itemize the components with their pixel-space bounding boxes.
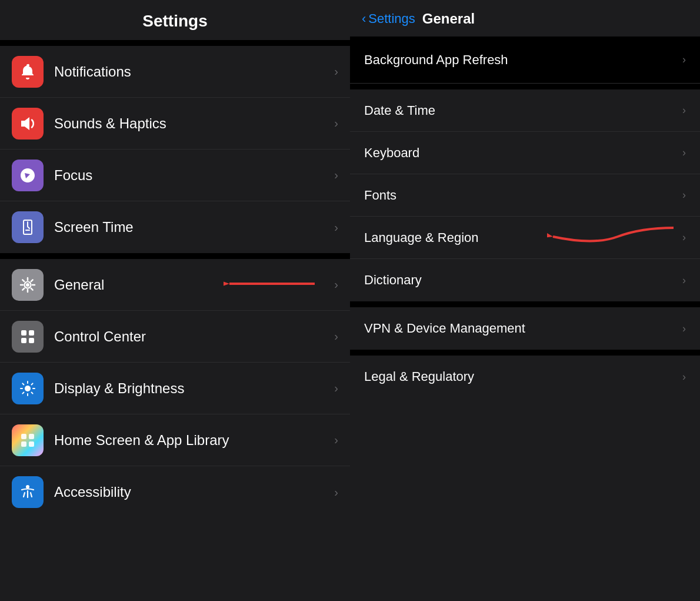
dictionary-chevron: › <box>682 274 686 287</box>
language-region-label: Language & Region <box>364 230 682 245</box>
general-icon <box>12 269 44 301</box>
general-chevron: › <box>334 278 338 291</box>
svg-rect-13 <box>21 441 26 447</box>
right-panel-title: General <box>422 11 475 27</box>
sounds-label: Sounds & Haptics <box>54 115 329 132</box>
sidebar-item-control-center[interactable]: Control Center › <box>0 311 350 363</box>
notifications-chevron: › <box>334 65 338 78</box>
right-item-keyboard[interactable]: Keyboard › <box>350 132 700 174</box>
svg-rect-8 <box>21 338 26 343</box>
legal-chevron: › <box>682 371 686 383</box>
divider-top <box>0 40 350 46</box>
left-panel: Settings Notifications › Sounds & Haptic… <box>0 0 350 601</box>
right-header: ‹ Settings General <box>350 0 700 36</box>
display-label: Display & Brightness <box>54 380 329 397</box>
right-divider-2 <box>350 301 700 307</box>
display-icon <box>12 373 44 404</box>
right-item-date-time[interactable]: Date & Time › <box>350 89 700 132</box>
right-item-fonts[interactable]: Fonts › <box>350 174 700 217</box>
right-item-dictionary[interactable]: Dictionary › <box>350 259 700 301</box>
vpn-label: VPN & Device Management <box>364 321 682 336</box>
sidebar-item-homescreen[interactable]: Home Screen & App Library › <box>0 414 350 466</box>
sidebar-item-general[interactable]: General › <box>0 259 350 311</box>
sidebar-item-notifications[interactable]: Notifications › <box>0 46 350 98</box>
svg-marker-0 <box>21 117 29 130</box>
keyboard-chevron: › <box>682 147 686 159</box>
settings-group-2: General › <box>0 259 350 518</box>
focus-icon <box>12 160 44 191</box>
screen-time-label: Screen Time <box>54 219 329 235</box>
focus-chevron: › <box>334 168 338 182</box>
svg-point-10 <box>25 386 31 391</box>
language-region-chevron: › <box>682 231 686 244</box>
accessibility-label: Accessibility <box>54 484 329 500</box>
sounds-chevron: › <box>334 117 338 130</box>
right-divider-3 <box>350 350 700 356</box>
accessibility-icon <box>12 476 44 508</box>
homescreen-icon <box>12 424 44 456</box>
date-time-label: Date & Time <box>364 103 682 118</box>
display-chevron: › <box>334 381 338 395</box>
back-label: Settings <box>368 11 415 26</box>
right-item-language-region[interactable]: Language & Region › <box>350 217 700 259</box>
background-app-refresh-chevron: › <box>682 54 686 66</box>
vpn-chevron: › <box>682 323 686 335</box>
right-panel: ‹ Settings General Background App Refres… <box>350 0 700 601</box>
homescreen-label: Home Screen & App Library <box>54 432 329 449</box>
fonts-label: Fonts <box>364 188 682 203</box>
control-center-chevron: › <box>334 330 338 343</box>
svg-rect-9 <box>29 338 34 343</box>
svg-rect-7 <box>29 330 34 336</box>
control-center-icon <box>12 321 44 353</box>
svg-point-2 <box>26 283 29 287</box>
legal-label: Legal & Regulatory <box>364 369 682 384</box>
sidebar-item-focus[interactable]: Focus › <box>0 150 350 201</box>
svg-rect-12 <box>29 434 34 439</box>
notifications-label: Notifications <box>54 64 329 80</box>
divider-mid <box>0 253 350 259</box>
keyboard-label: Keyboard <box>364 145 682 161</box>
right-group-2: VPN & Device Management › <box>350 307 700 350</box>
back-button[interactable]: ‹ Settings <box>362 11 415 26</box>
focus-label: Focus <box>54 167 329 184</box>
svg-rect-6 <box>21 330 26 336</box>
right-group-1: Date & Time › Keyboard › Fonts › Languag… <box>350 89 700 301</box>
screen-time-icon <box>12 211 44 243</box>
date-time-chevron: › <box>682 104 686 117</box>
dictionary-label: Dictionary <box>364 273 682 288</box>
sounds-icon <box>12 108 44 140</box>
fonts-chevron: › <box>682 189 686 201</box>
accessibility-chevron: › <box>334 486 338 499</box>
sidebar-item-accessibility[interactable]: Accessibility › <box>0 466 350 518</box>
sidebar-item-display[interactable]: Display & Brightness › <box>0 363 350 414</box>
svg-point-15 <box>26 485 29 489</box>
svg-rect-11 <box>21 434 26 439</box>
right-item-legal[interactable]: Legal & Regulatory › <box>350 356 700 398</box>
back-chevron-icon: ‹ <box>362 11 366 26</box>
notifications-icon <box>12 56 44 88</box>
background-app-refresh-row[interactable]: Background App Refresh › <box>350 36 700 84</box>
svg-rect-14 <box>29 441 34 447</box>
screen-time-chevron: › <box>334 221 338 234</box>
general-label: General <box>54 277 329 293</box>
right-divider-1 <box>350 84 700 89</box>
right-group-3: Legal & Regulatory › <box>350 356 700 398</box>
left-panel-title: Settings <box>0 0 350 40</box>
control-center-label: Control Center <box>54 328 329 345</box>
background-app-refresh-label: Background App Refresh <box>364 52 682 68</box>
settings-group-1: Notifications › Sounds & Haptics › Focus… <box>0 46 350 253</box>
right-item-vpn[interactable]: VPN & Device Management › <box>350 307 700 350</box>
homescreen-chevron: › <box>334 433 338 447</box>
sidebar-item-sounds[interactable]: Sounds & Haptics › <box>0 98 350 150</box>
sidebar-item-screen-time[interactable]: Screen Time › <box>0 201 350 253</box>
